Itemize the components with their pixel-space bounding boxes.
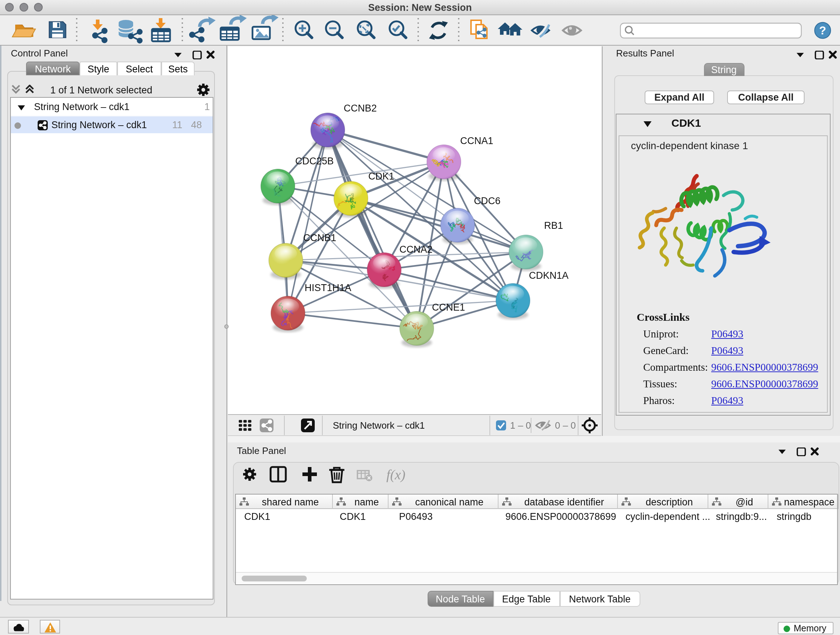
svg-text:CDC6: CDC6 xyxy=(474,195,500,206)
svg-text:f(x): f(x) xyxy=(386,467,405,483)
svg-text:CDKN1A: CDKN1A xyxy=(529,270,568,281)
svg-text:CDC25B: CDC25B xyxy=(295,156,333,166)
svg-text:0 – 0: 0 – 0 xyxy=(554,420,576,431)
svg-text:?: ? xyxy=(819,24,826,37)
svg-text:CCNB2: CCNB2 xyxy=(343,103,377,114)
svg-text:CCNE1: CCNE1 xyxy=(431,302,465,313)
svg-text:RB1: RB1 xyxy=(544,220,563,231)
svg-text:String Network – cdk1: String Network – cdk1 xyxy=(332,420,424,431)
svg-text:CCNB1: CCNB1 xyxy=(303,233,336,243)
svg-text:HIST1H1A: HIST1H1A xyxy=(304,282,351,293)
svg-text:1 – 0: 1 – 0 xyxy=(510,420,531,431)
svg-text:CCNA2: CCNA2 xyxy=(399,244,432,255)
svg-text:CCNA1: CCNA1 xyxy=(460,135,493,146)
svg-text:CDK1: CDK1 xyxy=(368,171,394,182)
